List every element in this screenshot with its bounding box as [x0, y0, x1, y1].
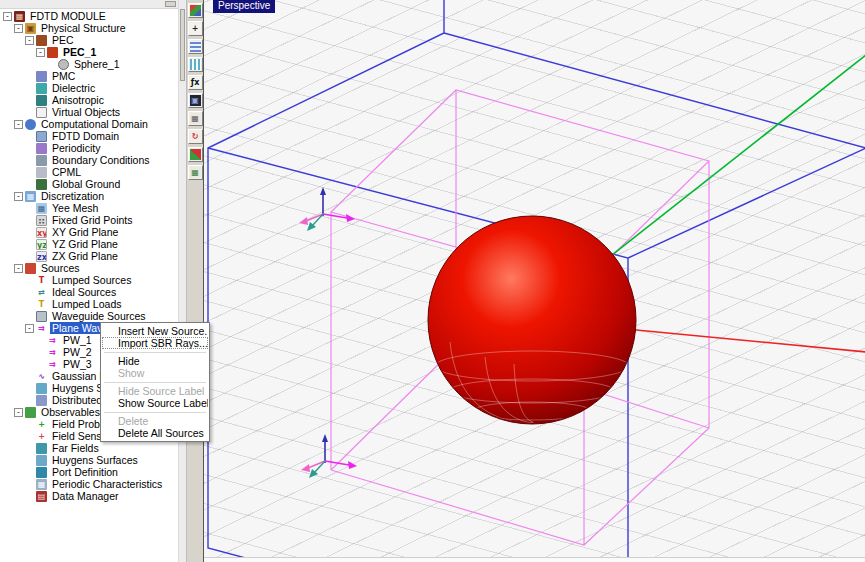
- tree-item-label[interactable]: CPML: [50, 166, 83, 178]
- tree-item-label[interactable]: PW_1: [61, 334, 94, 346]
- expander-minus-icon[interactable]: -: [14, 408, 23, 417]
- tree-item-physical-structure[interactable]: -▣Physical Structure: [0, 22, 178, 34]
- tree-item-computational-domain[interactable]: -Computational Domain: [0, 118, 178, 130]
- tree-item-pmc[interactable]: PMC: [0, 70, 178, 82]
- expander-minus-icon[interactable]: -: [25, 36, 34, 45]
- tree-item-label[interactable]: Far Fields: [50, 442, 101, 454]
- tree-item-cpml[interactable]: CPML: [0, 166, 178, 178]
- expander-minus-icon[interactable]: -: [3, 12, 12, 21]
- tree-item-label[interactable]: ZX Grid Plane: [50, 250, 120, 262]
- tree-item-discretization[interactable]: -▦Discretization: [0, 190, 178, 202]
- axes-cross-button[interactable]: +: [188, 21, 203, 36]
- tree-item-label[interactable]: Periodicity: [50, 142, 102, 154]
- expander-minus-icon[interactable]: -: [14, 120, 23, 129]
- tree-item-waveguide-sources[interactable]: Waveguide Sources: [0, 310, 178, 322]
- tree-item-anisotropic[interactable]: Anisotropic: [0, 94, 178, 106]
- tree-item-label[interactable]: Global Ground: [50, 178, 122, 190]
- tree-item-label[interactable]: PW_3: [61, 358, 94, 370]
- tree-item-label[interactable]: Ideal Sources: [50, 286, 118, 298]
- expander-minus-icon[interactable]: -: [25, 324, 34, 333]
- tree-item-zx-grid-plane[interactable]: zxZX Grid Plane: [0, 250, 178, 262]
- tree-item-label[interactable]: FDTD MODULE: [28, 10, 108, 22]
- viewport-3d[interactable]: Perspective: [203, 0, 865, 562]
- vertical-scrollbar-thumb[interactable]: [180, 9, 185, 81]
- expander-minus-icon[interactable]: -: [14, 24, 23, 33]
- horizontal-scrollbar-thumb[interactable]: [165, 1, 176, 7]
- snapshot-button[interactable]: ▦: [188, 165, 203, 180]
- tree-item-global-ground[interactable]: Global Ground: [0, 178, 178, 190]
- mesh-lines-button[interactable]: [188, 39, 203, 54]
- tree-item-fixed-grid-points[interactable]: ∷Fixed Grid Points: [0, 214, 178, 226]
- tree-item-label[interactable]: Huygens S: [50, 382, 105, 394]
- tree-indent: [3, 208, 25, 209]
- tree-item-label[interactable]: Data Manager: [50, 490, 121, 502]
- tree-item-label[interactable]: YZ Grid Plane: [50, 238, 120, 250]
- tree-horizontal-scrollbar[interactable]: [0, 0, 178, 9]
- tree-item-label[interactable]: Sources: [39, 262, 82, 274]
- rotate-view-button[interactable]: ↻: [188, 129, 203, 144]
- tree-item-sphere-1[interactable]: Sphere_1: [0, 58, 178, 70]
- tree-item-label[interactable]: Sphere_1: [72, 58, 122, 70]
- expander-minus-icon[interactable]: -: [14, 192, 23, 201]
- grid-planes-button[interactable]: [188, 57, 203, 72]
- tree-item-lumped-sources[interactable]: TLumped Sources: [0, 274, 178, 286]
- tree-item-label[interactable]: Lumped Loads: [50, 298, 123, 310]
- menu-item-show-source-label[interactable]: Show Source Label: [102, 397, 208, 409]
- tree-item-dielectric[interactable]: Dielectric: [0, 82, 178, 94]
- tree-item-fdtd-domain[interactable]: FDTD Domain: [0, 130, 178, 142]
- tree-item-far-fields[interactable]: Far Fields: [0, 442, 178, 454]
- tree-item-fdtd-module[interactable]: -▦FDTD MODULE: [0, 10, 178, 22]
- tree-item-yee-mesh[interactable]: ▦Yee Mesh: [0, 202, 178, 214]
- expander-minus-icon[interactable]: -: [14, 264, 23, 273]
- tree-item-huygens-surfaces[interactable]: Huygens Surfaces: [0, 454, 178, 466]
- tree-item-label[interactable]: Dielectric: [50, 82, 97, 94]
- tree-item-yz-grid-plane[interactable]: yzYZ Grid Plane: [0, 238, 178, 250]
- tree-item-label[interactable]: Computational Domain: [39, 118, 150, 130]
- tree-item-label[interactable]: Distributed: [50, 394, 104, 406]
- measure-grid-button[interactable]: ▦: [188, 111, 203, 126]
- tree-item-label[interactable]: Huygens Surfaces: [50, 454, 140, 466]
- tree-item-periodicity[interactable]: Periodicity: [0, 142, 178, 154]
- tree-item-label[interactable]: XY Grid Plane: [50, 226, 120, 238]
- function-fx-button[interactable]: ƒx: [188, 75, 203, 90]
- tree-item-label[interactable]: PW_2: [61, 346, 94, 358]
- tree-item-label[interactable]: PEC_1: [61, 46, 98, 58]
- tree-item-data-manager[interactable]: ▤Data Manager: [0, 490, 178, 502]
- tree-item-label[interactable]: PEC: [50, 34, 76, 46]
- material-view-button[interactable]: ▣: [188, 93, 203, 108]
- tree-item-label[interactable]: PMC: [50, 70, 77, 82]
- tree-item-port-definition[interactable]: Port Definition: [0, 466, 178, 478]
- tree-item-ideal-sources[interactable]: ⇄Ideal Sources: [0, 286, 178, 298]
- tree-item-boundary-conditions[interactable]: Boundary Conditions: [0, 154, 178, 166]
- tree-item-xy-grid-plane[interactable]: xyXY Grid Plane: [0, 226, 178, 238]
- tree-item-label[interactable]: Anisotropic: [50, 94, 106, 106]
- render-mode-button[interactable]: [188, 147, 203, 162]
- tree-item-label[interactable]: Fixed Grid Points: [50, 214, 135, 226]
- tree-item-label[interactable]: Lumped Sources: [50, 274, 133, 286]
- tree-vertical-scrollbar[interactable]: [178, 0, 186, 562]
- tree-item-label[interactable]: Plane Wav: [50, 322, 104, 334]
- menu-item-delete-all-sources[interactable]: Delete All Sources: [102, 427, 208, 439]
- menu-item-hide[interactable]: Hide: [102, 355, 208, 367]
- tree-item-label[interactable]: Yee Mesh: [50, 202, 100, 214]
- tree-item-sources[interactable]: -Sources: [0, 262, 178, 274]
- menu-item-insert-new-source[interactable]: Insert New Source...: [102, 325, 208, 337]
- tree-item-lumped-loads[interactable]: TLumped Loads: [0, 298, 178, 310]
- tree-item-label[interactable]: Periodic Characteristics: [50, 478, 164, 490]
- tree-item-label[interactable]: Waveguide Sources: [50, 310, 148, 322]
- tree-item-label[interactable]: FDTD Domain: [50, 130, 121, 142]
- tree-item-label[interactable]: Observables: [39, 406, 102, 418]
- tree-item-label[interactable]: Discretization: [39, 190, 106, 202]
- tree-item-pec-1[interactable]: -PEC_1: [0, 46, 178, 58]
- view-colors-button[interactable]: [188, 3, 203, 18]
- expander-minus-icon[interactable]: -: [36, 48, 45, 57]
- tree-item-periodic-characteristics[interactable]: ▦Periodic Characteristics: [0, 478, 178, 490]
- tree-item-pec[interactable]: -PEC: [0, 34, 178, 46]
- tree-item-virtual-objects[interactable]: Virtual Objects: [0, 106, 178, 118]
- sphere-object[interactable]: [428, 216, 636, 424]
- tree-item-label[interactable]: Port Definition: [50, 466, 120, 478]
- tree-item-label[interactable]: Virtual Objects: [50, 106, 122, 118]
- menu-item-import-sbr-rays[interactable]: Import SBR Rays...: [102, 337, 208, 349]
- tree-item-label[interactable]: Physical Structure: [39, 22, 128, 34]
- tree-item-label[interactable]: Boundary Conditions: [50, 154, 151, 166]
